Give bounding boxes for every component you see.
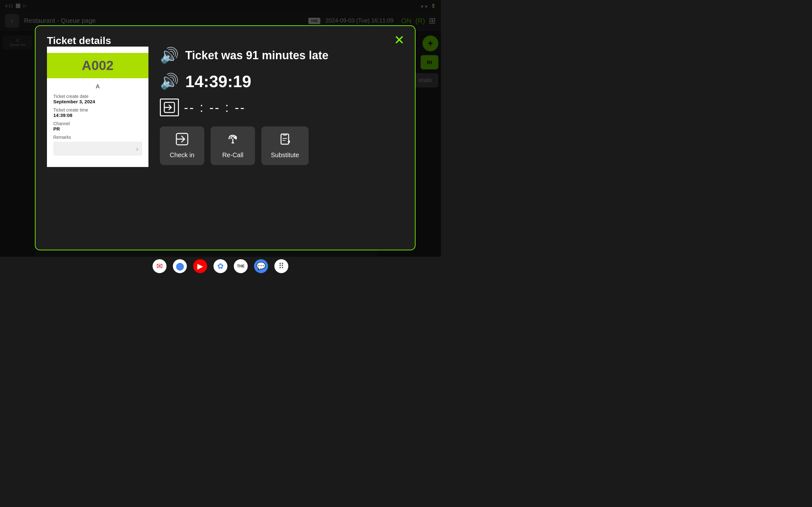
speaker-icon-1: 🔊	[160, 47, 179, 64]
taskbar-theguru[interactable]: THE	[234, 259, 248, 273]
checkin-time-row: -- : -- : --	[160, 99, 403, 116]
taskbar-photos[interactable]: ✿	[213, 259, 227, 273]
checkin-entry-icon	[160, 99, 179, 116]
gmail-icon: ✉	[156, 262, 163, 271]
channel-label: Channel	[53, 121, 142, 126]
remarks-input[interactable]: ›	[53, 142, 142, 156]
modal-title: Ticket details	[47, 35, 111, 46]
substitute-button[interactable]: Substitute	[261, 126, 309, 165]
remarks-arrow: ›	[136, 145, 138, 153]
ticket-category: A	[53, 83, 142, 90]
chrome-icon: ⬤	[176, 262, 184, 271]
ticket-channel-field: Channel PR	[53, 121, 142, 131]
ticket-create-date-field: Ticket create date September 3, 2024	[53, 94, 142, 104]
channel-value: PR	[53, 126, 142, 131]
call-time: 14:39:19	[185, 72, 251, 91]
taskbar-messages[interactable]: 💬	[254, 259, 268, 273]
modal-body: A002 A Ticket create date September 3, 2…	[47, 47, 403, 167]
taskbar: ✉ ⬤ ▶ ✿ THE 💬 ⠿	[0, 257, 441, 276]
messages-icon: 💬	[256, 262, 266, 271]
speaker-icon-2: 🔊	[160, 72, 179, 90]
checkin-button[interactable]: Check in	[160, 126, 204, 165]
substitute-btn-icon	[278, 133, 291, 148]
ticket-create-time-field: Ticket create time 14:39:08	[53, 107, 142, 118]
recall-btn-label: Re-Call	[222, 152, 244, 159]
apps-grid-icon: ⠿	[278, 262, 284, 271]
taskbar-apps-grid[interactable]: ⠿	[274, 259, 288, 273]
taskbar-chrome[interactable]: ⬤	[173, 259, 187, 273]
checkin-btn-label: Check in	[170, 152, 194, 159]
substitute-btn-label: Substitute	[271, 152, 299, 159]
ticket-header-band: A002	[47, 53, 148, 78]
action-buttons: Check in Re-Call	[160, 126, 403, 165]
modal-right: 🔊 Ticket was 91 minutes late 🔊 14:39:19 …	[160, 47, 403, 165]
late-message: Ticket was 91 minutes late	[185, 49, 328, 62]
modal-close-button[interactable]: ✕	[394, 34, 405, 46]
checkin-time: -- : -- : --	[184, 101, 246, 115]
theguru-icon: THE	[237, 264, 245, 268]
create-time-label: Ticket create time	[53, 107, 142, 112]
create-date-label: Ticket create date	[53, 94, 142, 99]
ticket-details-modal: Ticket details ✕ A002 A Ticket create da…	[35, 25, 415, 250]
create-date-value: September 3, 2024	[53, 99, 142, 104]
remarks-label: Remarks	[53, 135, 142, 140]
recall-button[interactable]: Re-Call	[211, 126, 255, 165]
ticket-content: A Ticket create date September 3, 2024 T…	[47, 78, 148, 161]
ticket-bottom-edge	[47, 161, 148, 167]
recall-btn-icon	[226, 133, 239, 148]
ticket-number: A002	[53, 58, 142, 73]
late-message-row: 🔊 Ticket was 91 minutes late	[160, 47, 403, 64]
ticket-receipt: A002 A Ticket create date September 3, 2…	[47, 47, 148, 167]
checkin-btn-icon	[176, 133, 189, 148]
taskbar-youtube[interactable]: ▶	[193, 259, 207, 273]
ticket-top-edge	[47, 47, 148, 53]
create-time-value: 14:39:08	[53, 112, 142, 118]
taskbar-gmail[interactable]: ✉	[153, 259, 166, 273]
call-time-row: 🔊 14:39:19	[160, 72, 403, 91]
photos-icon: ✿	[217, 262, 223, 271]
youtube-icon: ▶	[197, 262, 203, 271]
